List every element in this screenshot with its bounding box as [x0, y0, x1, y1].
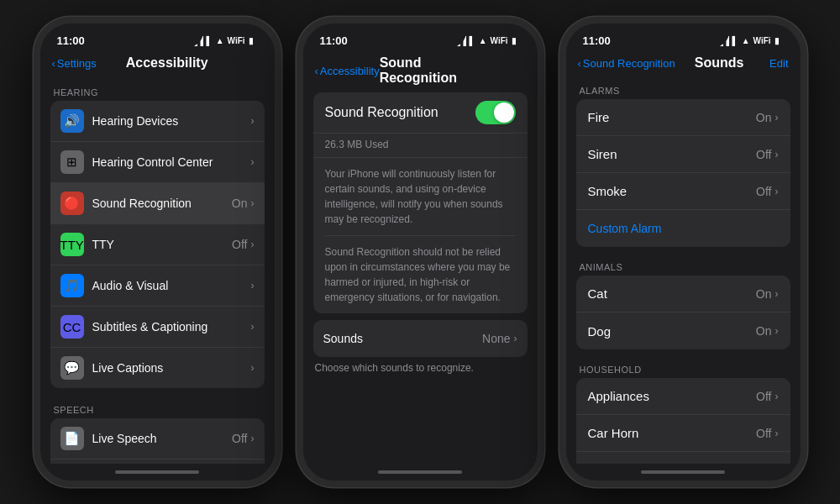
- section-header-hearing: HEARING: [40, 77, 275, 101]
- list-item-appliances[interactable]: Appliances Off ›: [576, 378, 790, 415]
- desc-text-1: Your iPhone will continuously listen for…: [313, 158, 528, 235]
- page-title-3: Sounds: [695, 55, 744, 71]
- sounds-label: Sounds: [323, 332, 483, 345]
- chevron-icon: ›: [251, 362, 255, 374]
- household-group: Appliances Off › Car Horn Off › Door Bel…: [576, 378, 790, 464]
- list-item-custom-alarm[interactable]: Custom Alarm: [576, 210, 790, 247]
- edit-button[interactable]: Edit: [764, 57, 789, 70]
- section-animals: ANIMALS: [566, 254, 801, 276]
- list-item-car-horn[interactable]: Car Horn Off ›: [576, 415, 790, 452]
- toggle-label: Sound Recognition: [325, 105, 475, 120]
- storage-row: 26.3 MB Used: [313, 134, 528, 158]
- home-indicator-2: [303, 464, 538, 480]
- live-captions-icon: 💬: [60, 356, 84, 380]
- hearing-devices-icon: 🔊: [60, 109, 84, 133]
- back-button-1[interactable]: ‹ Settings: [52, 57, 97, 70]
- list-item-hearing-devices[interactable]: 🔊 Hearing Devices ›: [50, 101, 265, 142]
- list-item-tty[interactable]: TTY TTY Off ›: [50, 224, 265, 265]
- chevron-icon: ›: [251, 156, 255, 168]
- sounds-hint: Choose which sounds to recognize.: [303, 359, 538, 381]
- back-arrow-icon-3: ‹: [578, 57, 581, 70]
- list-item-door-bell[interactable]: Door Bell On ›: [576, 452, 790, 464]
- page-title-1: Accessibility: [126, 55, 208, 71]
- hearing-group: 🔊 Hearing Devices › ⊞ Hearing Control Ce…: [50, 101, 265, 388]
- page-title-2: Sound Recognition: [380, 55, 501, 86]
- sound-recognition-icon: 🔴: [60, 192, 84, 215]
- back-arrow-icon-1: ‹: [52, 57, 55, 70]
- live-speech-icon: 📄: [60, 427, 84, 450]
- hearing-control-icon: ⊞: [60, 150, 84, 174]
- sounds-value: None: [482, 332, 510, 345]
- home-bar-2: [378, 470, 462, 474]
- list-item-fire[interactable]: Fire On ›: [576, 99, 790, 136]
- chevron-icon: ›: [251, 433, 255, 444]
- desc-text-2: Sound Recognition should not be relied u…: [313, 236, 528, 313]
- list-item-cat[interactable]: Cat On ›: [576, 276, 790, 312]
- status-bar-3: 11:00 ▌▌▌ ▲ WiFi ▮: [566, 24, 801, 54]
- sounds-chevron: ›: [514, 333, 517, 344]
- time-3: 11:00: [583, 34, 611, 47]
- list-item-audio-visual[interactable]: 🎵 Audio & Visual ›: [50, 265, 265, 307]
- list-item-live-speech[interactable]: 📄 Live Speech Off ›: [50, 418, 265, 459]
- list-item-subtitles[interactable]: CC Subtitles & Captioning ›: [50, 307, 265, 348]
- phone2-content: Sound Recognition 26.3 MB Used Your iPho…: [303, 92, 538, 464]
- phone-sound-recognition: 11:00 ▌▌▌ ▲ WiFi ▮ ‹ Accessibility Sound…: [297, 17, 544, 487]
- home-bar-3: [641, 470, 725, 474]
- time-1: 11:00: [57, 34, 85, 47]
- tty-icon: TTY: [60, 233, 84, 256]
- back-button-2[interactable]: ‹ Accessibility: [315, 65, 380, 77]
- speech-group: 📄 Live Speech Off › 👤 Personal Voice ›: [50, 418, 265, 464]
- back-button-3[interactable]: ‹ Sound Recognition: [578, 57, 675, 70]
- nav-bar-2: ‹ Accessibility Sound Recognition: [303, 54, 538, 92]
- phone1-content: HEARING 🔊 Hearing Devices › ⊞ Hearing Co…: [40, 77, 275, 464]
- phone-sounds: 11:00 ▌▌▌ ▲ WiFi ▮ ‹ Sound Recognition S…: [559, 17, 807, 487]
- section-header-speech: SPEECH: [40, 395, 275, 418]
- nav-bar-1: ‹ Settings Accessibility: [40, 54, 275, 77]
- sounds-row-group: Sounds None ›: [313, 320, 528, 357]
- chevron-icon: ›: [251, 239, 255, 250]
- phone3-content: ALARMS Fire On › Siren Off › Smoke Off ›: [566, 77, 801, 464]
- section-household: HOUSEHOLD: [566, 356, 801, 378]
- status-bar-1: 11:00 ▌▌▌ ▲ WiFi ▮: [40, 24, 275, 54]
- home-indicator-1: [40, 464, 275, 480]
- nav-bar-3: ‹ Sound Recognition Sounds Edit: [566, 54, 801, 77]
- animals-group: Cat On › Dog On ›: [576, 276, 790, 349]
- home-indicator-3: [566, 464, 801, 480]
- section-alarms: ALARMS: [566, 77, 801, 99]
- sound-recognition-toggle[interactable]: [475, 101, 516, 124]
- phone-accessibility: 11:00 ▌▌▌ ▲ WiFi ▮ ‹ Settings Accessibil…: [34, 17, 281, 487]
- sounds-list-item[interactable]: Sounds None ›: [313, 320, 528, 357]
- list-item-dog[interactable]: Dog On ›: [576, 312, 790, 349]
- chevron-icon: ›: [251, 115, 255, 127]
- list-item-live-captions[interactable]: 💬 Live Captions ›: [50, 348, 265, 388]
- sound-recognition-card: Sound Recognition 26.3 MB Used Your iPho…: [313, 92, 528, 313]
- subtitles-icon: CC: [60, 315, 84, 339]
- home-bar-1: [115, 470, 199, 474]
- chevron-icon: ›: [251, 197, 255, 209]
- toggle-row: Sound Recognition: [313, 92, 528, 134]
- list-item-smoke[interactable]: Smoke Off ›: [576, 173, 790, 210]
- list-item-hearing-control[interactable]: ⊞ Hearing Control Center ›: [50, 142, 265, 183]
- alarms-group: Fire On › Siren Off › Smoke Off › Custom…: [576, 99, 790, 247]
- audio-visual-icon: 🎵: [60, 274, 84, 297]
- chevron-icon: ›: [251, 280, 255, 291]
- back-arrow-icon-2: ‹: [315, 65, 318, 77]
- time-2: 11:00: [320, 34, 348, 47]
- chevron-icon: ›: [251, 321, 255, 333]
- status-bar-2: 11:00 ▌▌▌ ▲ WiFi ▮: [303, 24, 538, 54]
- list-item-siren[interactable]: Siren Off ›: [576, 136, 790, 173]
- list-item-sound-recognition[interactable]: 🔴 Sound Recognition On ›: [50, 183, 265, 224]
